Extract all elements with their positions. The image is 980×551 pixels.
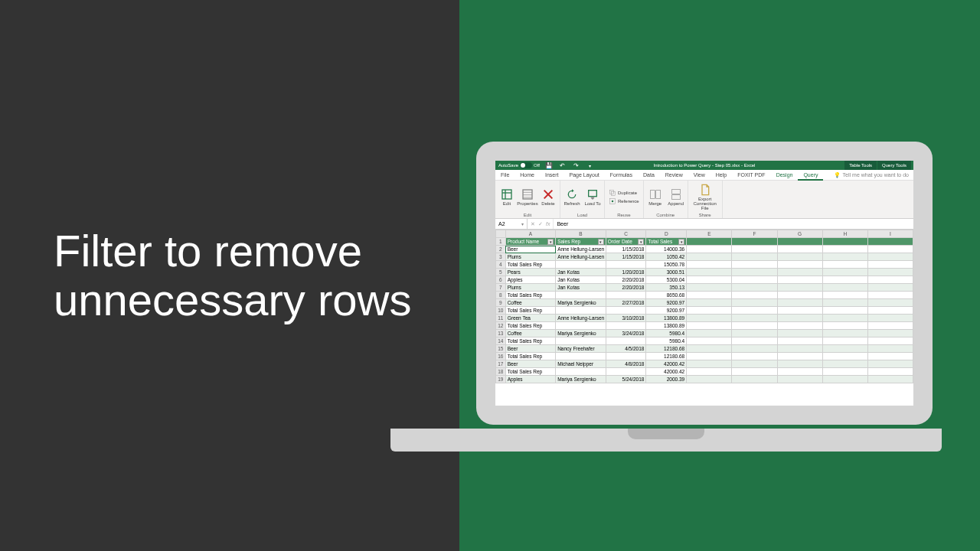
autosave-toggle[interactable]: AutoSave Off — [498, 162, 540, 168]
tab-file[interactable]: File — [495, 170, 514, 181]
tab-insert[interactable]: Insert — [540, 170, 564, 181]
cell[interactable] — [687, 337, 732, 345]
append-button[interactable]: Append — [666, 188, 686, 206]
cell[interactable]: 5/24/2018 — [606, 376, 646, 383]
enter-formula-icon[interactable]: ✓ — [538, 221, 543, 227]
cell[interactable] — [867, 337, 913, 345]
cell[interactable] — [606, 261, 646, 269]
cell[interactable] — [822, 360, 867, 368]
cell[interactable] — [777, 246, 822, 253]
cell[interactable]: 1/15/2018 — [606, 246, 646, 253]
cell[interactable]: Mariya Sergienko — [556, 330, 606, 337]
cell[interactable] — [822, 307, 867, 315]
cell[interactable]: Beer — [505, 246, 555, 253]
col-header-D[interactable]: D — [646, 230, 687, 238]
save-icon[interactable]: 💾 — [544, 161, 554, 169]
cell[interactable] — [777, 315, 822, 322]
cell[interactable] — [822, 276, 867, 284]
formula-input[interactable]: Beer — [554, 221, 913, 227]
cell[interactable]: 2/20/2018 — [606, 276, 646, 284]
cell[interactable] — [606, 337, 646, 345]
row-header[interactable]: 11 — [496, 315, 506, 322]
duplicate-button[interactable]: Duplicate — [609, 189, 639, 197]
cell[interactable]: 42000.42 — [646, 368, 687, 376]
cell[interactable]: 3/24/2018 — [606, 330, 646, 337]
cell[interactable]: Jan Kotas — [556, 284, 606, 292]
cell[interactable] — [867, 261, 913, 269]
cell[interactable] — [732, 253, 777, 261]
cell[interactable] — [867, 353, 913, 360]
cell[interactable] — [867, 269, 913, 276]
cell[interactable] — [867, 284, 913, 292]
cell[interactable] — [732, 345, 777, 353]
cell[interactable]: Apples — [505, 276, 555, 284]
cell[interactable]: 1/15/2018 — [606, 253, 646, 261]
tell-me-search[interactable]: 💡 Tell me what you want to do — [823, 172, 913, 178]
cell[interactable] — [777, 307, 822, 315]
row-header[interactable]: 17 — [496, 360, 506, 368]
cell[interactable] — [556, 368, 606, 376]
tab-data[interactable]: Data — [638, 170, 660, 181]
tab-query[interactable]: Query — [798, 170, 823, 181]
filter-dropdown-icon[interactable] — [678, 239, 684, 245]
cell[interactable] — [867, 315, 913, 322]
row-header[interactable]: 13 — [496, 330, 506, 337]
cell[interactable] — [732, 246, 777, 253]
tab-formulas[interactable]: Formulas — [605, 170, 638, 181]
cell[interactable] — [777, 322, 822, 330]
cell[interactable] — [606, 292, 646, 299]
cell[interactable]: Anne Hellung-Larsen — [556, 253, 606, 261]
col-header-A[interactable]: A — [505, 230, 555, 238]
cell[interactable] — [777, 360, 822, 368]
tab-home[interactable]: Home — [514, 170, 540, 181]
cell[interactable]: 8650.68 — [646, 292, 687, 299]
cell[interactable] — [822, 368, 867, 376]
row-header[interactable]: 19 — [496, 376, 506, 383]
cell[interactable] — [777, 253, 822, 261]
cell[interactable] — [867, 292, 913, 299]
cell[interactable]: Total Sales Rep — [505, 307, 555, 315]
table-header-rep[interactable]: Sales Rep — [556, 238, 606, 246]
cell[interactable]: 3/10/2018 — [606, 315, 646, 322]
table-header-total[interactable]: Total Sales — [646, 238, 687, 246]
row-header[interactable]: 9 — [496, 299, 506, 307]
cell[interactable]: Jan Kotas — [556, 276, 606, 284]
cell[interactable]: 15050.78 — [646, 261, 687, 269]
cell[interactable] — [606, 368, 646, 376]
cell[interactable] — [822, 299, 867, 307]
cell[interactable] — [822, 253, 867, 261]
cell[interactable] — [732, 337, 777, 345]
cell[interactable] — [777, 284, 822, 292]
row-header[interactable]: 18 — [496, 368, 506, 376]
row-header[interactable]: 16 — [496, 353, 506, 360]
filter-dropdown-icon[interactable] — [547, 239, 554, 245]
cell[interactable] — [867, 376, 913, 383]
cell[interactable]: Nancy Freehafer — [556, 345, 606, 353]
cell[interactable] — [867, 246, 913, 253]
cell[interactable]: 5980.4 — [646, 330, 687, 337]
filter-dropdown-icon[interactable] — [638, 239, 644, 245]
cell[interactable] — [777, 353, 822, 360]
cell[interactable] — [777, 299, 822, 307]
cell[interactable] — [867, 299, 913, 307]
cell[interactable] — [777, 337, 822, 345]
properties-button[interactable]: Properties — [518, 188, 537, 206]
col-header-B[interactable]: B — [556, 230, 606, 238]
cell[interactable] — [777, 292, 822, 299]
cell[interactable] — [556, 292, 606, 299]
export-connection-button[interactable]: Export Connection File — [690, 184, 720, 210]
cell[interactable] — [687, 299, 732, 307]
cell[interactable]: 4/5/2018 — [606, 345, 646, 353]
cell[interactable] — [822, 337, 867, 345]
cell[interactable] — [867, 253, 913, 261]
edit-query-button[interactable]: Edit — [497, 188, 517, 206]
cell[interactable] — [867, 368, 913, 376]
cell[interactable] — [687, 292, 732, 299]
cell[interactable]: Plums — [505, 284, 555, 292]
cell[interactable]: 2000.39 — [646, 376, 687, 383]
cell[interactable] — [732, 276, 777, 284]
cell[interactable] — [687, 246, 732, 253]
cell[interactable] — [687, 360, 732, 368]
name-box[interactable]: A2▾ — [495, 219, 528, 229]
cell[interactable] — [687, 353, 732, 360]
